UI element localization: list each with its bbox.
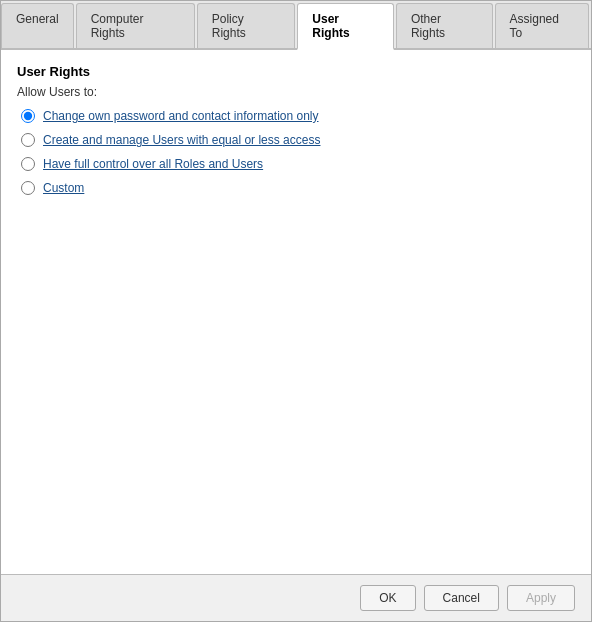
tab-policy-rights[interactable]: Policy Rights [197, 3, 296, 48]
allow-label: Allow Users to: [17, 85, 575, 99]
radio-opt3[interactable] [21, 157, 35, 171]
options-list: Change own password and contact informat… [17, 109, 575, 195]
radio-opt2[interactable] [21, 133, 35, 147]
radio-opt4[interactable] [21, 181, 35, 195]
tab-general[interactable]: General [1, 3, 74, 48]
option-item-opt4: Custom [21, 181, 575, 195]
label-opt3[interactable]: Have full control over all Roles and Use… [43, 157, 263, 171]
main-content: User Rights Allow Users to: Change own p… [1, 50, 591, 574]
section-title: User Rights [17, 64, 575, 79]
option-item-opt1: Change own password and contact informat… [21, 109, 575, 123]
tab-bar: GeneralComputer RightsPolicy RightsUser … [1, 1, 591, 50]
radio-opt1[interactable] [21, 109, 35, 123]
ok-button[interactable]: OK [360, 585, 415, 611]
label-opt2[interactable]: Create and manage Users with equal or le… [43, 133, 320, 147]
label-opt4[interactable]: Custom [43, 181, 84, 195]
footer: OK Cancel Apply [1, 574, 591, 621]
tab-user-rights[interactable]: User Rights [297, 3, 394, 50]
apply-button[interactable]: Apply [507, 585, 575, 611]
cancel-button[interactable]: Cancel [424, 585, 499, 611]
tab-computer-rights[interactable]: Computer Rights [76, 3, 195, 48]
option-item-opt2: Create and manage Users with equal or le… [21, 133, 575, 147]
tab-other-rights[interactable]: Other Rights [396, 3, 493, 48]
option-item-opt3: Have full control over all Roles and Use… [21, 157, 575, 171]
tab-assigned-to[interactable]: Assigned To [495, 3, 589, 48]
label-opt1[interactable]: Change own password and contact informat… [43, 109, 319, 123]
